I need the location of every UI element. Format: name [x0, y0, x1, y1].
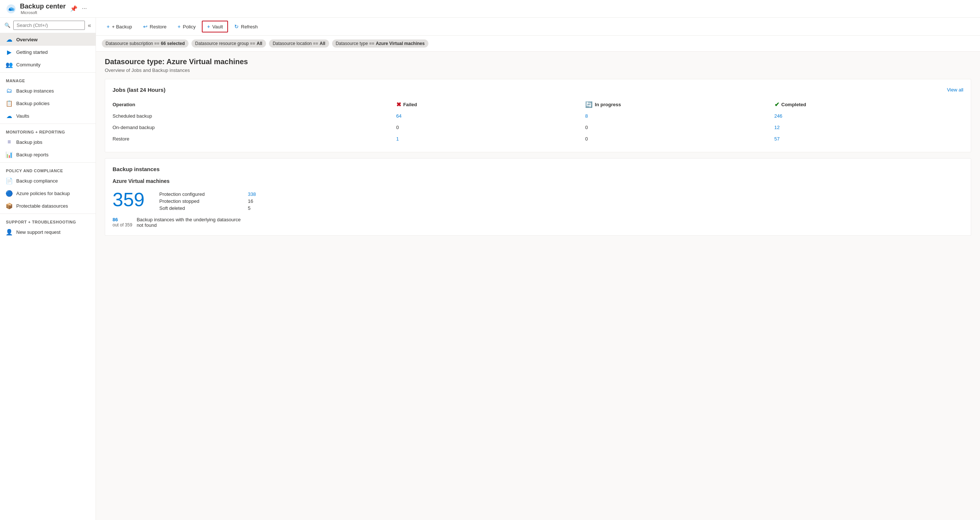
sidebar-label-azure-policies: Azure policies for backup — [16, 191, 70, 196]
soft-deleted-label: Soft deleted — [159, 205, 233, 211]
sidebar-item-backup-compliance[interactable]: 📄 Backup compliance — [0, 174, 95, 187]
filter-subscription-label: Datasource subscription == — [105, 41, 159, 46]
restore-completed-value[interactable]: 57 — [775, 136, 780, 142]
page-content: Datasource type: Azure Virtual machines … — [96, 52, 980, 247]
restore-label: Restore — [150, 24, 167, 30]
scheduled-backup-label: Scheduled backup — [113, 110, 396, 122]
filter-subscription[interactable]: Datasource subscription == 66 selected — [102, 40, 189, 48]
toolbar: + + Backup ↩ Restore + Policy + Vault ↻ … — [96, 18, 980, 36]
protection-stopped-value: 16 — [248, 198, 253, 204]
table-row: Scheduled backup 64 8 246 — [113, 110, 963, 122]
more-options-icon[interactable]: ··· — [82, 5, 87, 12]
vaults-icon: ☁ — [6, 113, 13, 119]
sidebar-item-community[interactable]: 👥 Community — [0, 58, 95, 71]
sidebar-item-azure-policies[interactable]: 🔵 Azure policies for backup — [0, 187, 95, 200]
refresh-icon: ↻ — [234, 24, 239, 30]
filter-location[interactable]: Datasource location == All — [269, 40, 329, 48]
not-found-out-of: out of 359 — [113, 222, 132, 228]
sidebar-item-protectable-datasources[interactable]: 📦 Protectable datasources — [0, 200, 95, 212]
sidebar-label-backup-policies: Backup policies — [16, 101, 49, 106]
policy-label: Policy — [183, 24, 196, 30]
filter-type-label: Datasource type == — [336, 41, 374, 46]
main-layout: 🔍 « ☁ Overview ▶ Getting started 👥 Commu… — [0, 18, 980, 520]
filter-location-value: All — [320, 41, 325, 46]
filter-resource-group-value: All — [257, 41, 262, 46]
sidebar-item-backup-jobs[interactable]: ≡ Backup jobs — [0, 136, 95, 148]
filter-resource-group-label: Datasource resource group == — [195, 41, 255, 46]
sidebar: 🔍 « ☁ Overview ▶ Getting started 👥 Commu… — [0, 18, 96, 520]
top-bar: Backup center Microsoft 📌 ··· — [0, 0, 980, 18]
sidebar-item-backup-reports[interactable]: 📊 Backup reports — [0, 148, 95, 161]
sidebar-item-vaults[interactable]: ☁ Vaults — [0, 109, 95, 122]
pin-icon[interactable]: 📌 — [70, 5, 78, 12]
backup-instances-card-header: Backup instances — [113, 166, 963, 172]
not-found-number[interactable]: 86 — [113, 217, 132, 222]
protection-configured-value[interactable]: 338 — [248, 192, 256, 197]
view-all-jobs-link[interactable]: View all — [947, 87, 963, 93]
policy-button[interactable]: + Policy — [173, 21, 200, 32]
app-title-group: Backup center Microsoft — [20, 3, 66, 15]
sidebar-item-overview[interactable]: ☁ Overview — [0, 33, 95, 46]
sidebar-label-vaults: Vaults — [16, 113, 29, 119]
restore-button[interactable]: ↩ Restore — [138, 21, 172, 32]
top-icons[interactable]: 📌 ··· — [70, 5, 87, 12]
refresh-button[interactable]: ↻ Refresh — [229, 21, 263, 32]
table-row: On-demand backup 0 0 12 — [113, 122, 963, 133]
sidebar-item-backup-policies[interactable]: 📋 Backup policies — [0, 97, 95, 109]
on-demand-backup-completed-value[interactable]: 12 — [775, 125, 780, 130]
sidebar-label-protectable-datasources: Protectable datasources — [16, 203, 68, 209]
scheduled-backup-in-progress-value[interactable]: 8 — [585, 113, 588, 119]
backup-compliance-icon: 📄 — [6, 178, 13, 184]
restore-failed-value[interactable]: 1 — [396, 136, 399, 142]
page-subtitle: Overview of Jobs and Backup instances — [105, 68, 971, 73]
sidebar-item-getting-started[interactable]: ▶ Getting started — [0, 46, 95, 58]
search-input[interactable] — [13, 21, 85, 30]
instances-details: Protection configured 338 Protection sto… — [159, 192, 256, 211]
filter-resource-group[interactable]: Datasource resource group == All — [191, 40, 266, 48]
filter-subscription-value: 66 selected — [161, 41, 185, 46]
instances-layout: 359 Protection configured 338 Protection… — [113, 190, 963, 211]
sidebar-label-backup-instances: Backup instances — [16, 88, 54, 94]
jobs-col-failed: ✖ Failed — [396, 99, 585, 110]
restore-in-progress-value: 0 — [585, 136, 588, 142]
failed-status-icon: ✖ — [396, 101, 401, 108]
collapse-sidebar-button[interactable]: « — [88, 22, 91, 29]
backup-instances-card: Backup instances Azure Virtual machines … — [105, 158, 971, 236]
backup-button[interactable]: + + Backup — [102, 21, 137, 32]
restore-label: Restore — [113, 133, 396, 144]
app-title: Backup center — [20, 3, 66, 10]
new-support-icon: 👤 — [6, 229, 13, 235]
protection-stopped-label: Protection stopped — [159, 198, 233, 204]
scheduled-backup-failed-value[interactable]: 64 — [396, 113, 401, 119]
backup-instances-icon: 🗂 — [6, 87, 13, 94]
filter-type[interactable]: Datasource type == Azure Virtual machine… — [332, 40, 428, 48]
in-progress-status-icon: 🔄 — [585, 101, 593, 108]
protection-configured-row: Protection configured 338 — [159, 192, 256, 197]
jobs-table-header-row: Operation ✖ Failed 🔄 In progres — [113, 99, 963, 110]
community-icon: 👥 — [6, 61, 13, 68]
on-demand-backup-in-progress-value: 0 — [585, 125, 588, 130]
sidebar-item-new-support[interactable]: 👤 New support request — [0, 226, 95, 238]
instances-total-number[interactable]: 359 — [113, 190, 145, 209]
monitoring-section-label: Monitoring + reporting — [0, 125, 95, 136]
app-subtitle: Microsoft — [21, 10, 66, 15]
svg-point-1 — [11, 8, 15, 11]
search-bar: 🔍 « — [0, 18, 95, 33]
jobs-col-completed-label: Completed — [781, 102, 806, 107]
policy-section-label: Policy and compliance — [0, 164, 95, 174]
jobs-card-title: Jobs (last 24 Hours) — [113, 87, 165, 93]
not-found-number-group: 86 out of 359 — [113, 217, 132, 228]
table-row: Restore 1 0 57 — [113, 133, 963, 144]
sidebar-item-backup-instances[interactable]: 🗂 Backup instances — [0, 84, 95, 97]
vault-button[interactable]: + Vault — [202, 21, 228, 32]
jobs-col-in-progress-label: In progress — [595, 102, 621, 107]
content-area: + + Backup ↩ Restore + Policy + Vault ↻ … — [96, 18, 980, 520]
support-section-label: Support + troubleshooting — [0, 216, 95, 226]
filter-type-value: Azure Virtual machines — [375, 41, 425, 46]
backup-instances-subtitle: Azure Virtual machines — [113, 178, 963, 184]
search-icon: 🔍 — [5, 22, 10, 28]
jobs-col-operation: Operation — [113, 99, 396, 110]
sidebar-label-backup-compliance: Backup compliance — [16, 178, 58, 184]
scheduled-backup-completed-value[interactable]: 246 — [775, 113, 783, 119]
vault-plus-icon: + — [207, 24, 210, 30]
